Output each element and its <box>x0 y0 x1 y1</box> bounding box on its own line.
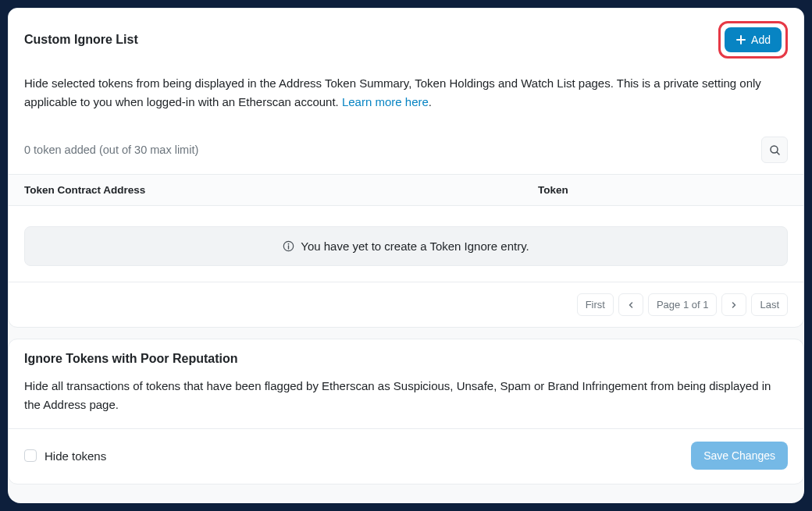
table-header: Token Contract Address Token <box>9 174 803 206</box>
card-body: Hide all transactions of tokens that hav… <box>9 371 803 428</box>
chevron-right-icon <box>730 301 738 309</box>
custom-ignore-list-card: Custom Ignore List Add Hide selected tok… <box>8 8 804 328</box>
empty-state-wrapper: You have yet to create a Token Ignore en… <box>9 206 803 282</box>
card-title: Custom Ignore List <box>24 33 138 47</box>
plus-icon <box>735 34 746 45</box>
card-header: Ignore Tokens with Poor Reputation <box>9 339 803 371</box>
svg-point-2 <box>288 243 290 245</box>
learn-more-link[interactable]: Learn more here <box>342 95 429 108</box>
info-icon <box>283 240 294 252</box>
hide-tokens-checkbox[interactable] <box>24 449 37 462</box>
pagination-page-info[interactable]: Page 1 of 1 <box>648 293 718 316</box>
pagination-last-button[interactable]: Last <box>751 293 788 316</box>
ignore-poor-reputation-card: Ignore Tokens with Poor Reputation Hide … <box>8 339 804 484</box>
card-title: Ignore Tokens with Poor Reputation <box>24 352 237 366</box>
add-button[interactable]: Add <box>725 27 782 52</box>
column-header-address: Token Contract Address <box>24 184 538 196</box>
save-changes-button[interactable]: Save Changes <box>691 442 788 470</box>
column-header-token: Token <box>538 184 788 196</box>
hide-tokens-label: Hide tokens <box>45 449 106 463</box>
status-row: 0 token added (out of 30 max limit) <box>9 137 803 174</box>
token-count-status: 0 token added (out of 30 max limit) <box>24 144 198 156</box>
pagination: First Page 1 of 1 Last <box>9 282 803 327</box>
pagination-prev-button[interactable] <box>618 293 643 316</box>
description-text: Hide all transactions of tokens that hav… <box>24 377 788 414</box>
chevron-left-icon <box>627 301 635 309</box>
description-text: Hide selected tokens from being displaye… <box>24 74 788 112</box>
search-icon <box>769 144 781 156</box>
add-button-highlight: Add <box>718 21 788 59</box>
hide-tokens-group: Hide tokens <box>24 449 106 463</box>
pagination-next-button[interactable] <box>721 293 746 316</box>
search-button[interactable] <box>761 137 788 163</box>
checkbox-row: Hide tokens Save Changes <box>9 428 803 484</box>
card-header: Custom Ignore List Add <box>9 9 803 68</box>
empty-state: You have yet to create a Token Ignore en… <box>24 226 788 266</box>
add-button-label: Add <box>751 34 771 46</box>
card-body: Hide selected tokens from being displaye… <box>9 68 803 137</box>
period: . <box>429 95 432 108</box>
pagination-first-button[interactable]: First <box>577 293 614 316</box>
empty-message: You have yet to create a Token Ignore en… <box>301 240 529 253</box>
